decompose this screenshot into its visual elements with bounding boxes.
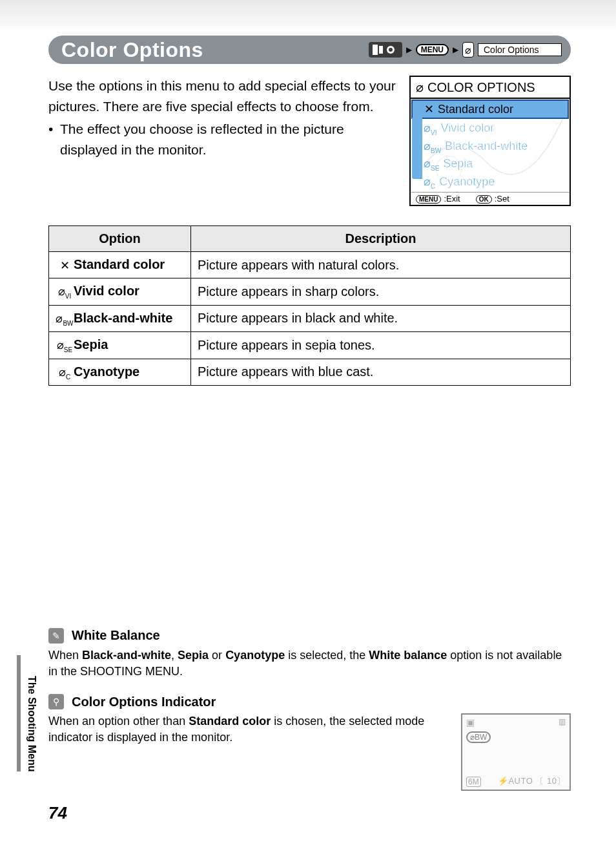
- flash-counter: ⚡AUTO 〔 10〕: [498, 775, 566, 787]
- svg-rect-0: [373, 45, 378, 55]
- color-options-indicator-heading: Color Options Indicator: [72, 695, 216, 709]
- col-option-header: Option: [49, 226, 191, 252]
- table-row: ⌀SESepia Picture appears in sepia tones.: [49, 332, 571, 359]
- mode-dial-icon: [369, 42, 402, 58]
- table-row: ✕Standard color Picture appears with nat…: [49, 252, 571, 278]
- resolution-indicator: 6M: [466, 777, 481, 787]
- color-options-lcd: ⌀ COLOR OPTIONS ✕Standard color ⌀VIVivid…: [409, 76, 571, 206]
- table-row: ⌀CCyanotype Picture appears with blue ca…: [49, 359, 571, 386]
- standard-color-icon: ✕: [56, 258, 74, 273]
- mode-indicator: ⌀BW: [466, 731, 491, 743]
- lcd-title: ⌀ COLOR OPTIONS: [411, 77, 570, 99]
- intro-bullet: • The effect you choose is reflected in …: [48, 119, 396, 160]
- palette-icon: ⌀: [462, 42, 474, 58]
- intro-text: Use the options in this menu to add spec…: [48, 76, 396, 206]
- svg-rect-1: [379, 46, 383, 54]
- color-options-indicator-body: When an option other than Standard color…: [48, 713, 448, 791]
- palette-icon: ⌀: [416, 79, 424, 95]
- col-description-header: Description: [191, 226, 571, 252]
- vivid-color-icon: ⌀VI: [56, 284, 74, 300]
- white-balance-note-head: ✎ White Balance: [48, 628, 571, 644]
- pencil-note-icon: ✎: [48, 628, 64, 644]
- lcd-item-bw: ⌀BWBlack-and-white: [411, 138, 570, 156]
- lcd-item-cyanotype: ⌀CCyanotype: [411, 173, 570, 191]
- lcd-item-vivid: ⌀VIVivid color: [411, 120, 570, 138]
- page-number: 74: [48, 803, 67, 823]
- side-section-label: The Shooting Menu: [26, 676, 37, 771]
- color-options-indicator-head: ⚲ Color Options Indicator: [48, 694, 571, 709]
- card-icon: ▥: [559, 717, 566, 726]
- lcd-scroll-tab: [412, 117, 422, 179]
- section-title: Color Options: [61, 38, 369, 62]
- camera-icon: ▣: [466, 717, 475, 728]
- white-balance-heading: White Balance: [72, 628, 160, 643]
- menu-button-icon: MENU: [416, 44, 449, 56]
- svg-point-3: [389, 48, 393, 52]
- breadcrumb: ▶ MENU ▶ ⌀ Color Options: [369, 42, 562, 58]
- lcd-footer: MENU:Exit OK:Set: [411, 192, 570, 205]
- cyanotype-icon: ⌀C: [56, 365, 74, 381]
- bw-icon: ⌀BW: [56, 311, 74, 327]
- magnifier-note-icon: ⚲: [48, 694, 64, 709]
- section-title-bar: Color Options ▶ MENU ▶ ⌀ Color Options: [48, 36, 571, 64]
- chevron-right-icon: ▶: [406, 45, 412, 54]
- chevron-right-icon: ▶: [453, 45, 458, 54]
- mini-lcd: ▣ ▥ ⌀BW 6M ⚡AUTO 〔 10〕: [461, 713, 571, 791]
- side-section-bar: [17, 655, 21, 771]
- breadcrumb-current: Color Options: [478, 43, 562, 56]
- lcd-item-sepia: ⌀SESepia: [411, 155, 570, 173]
- table-row: ⌀VIVivid color Picture appears in sharp …: [49, 278, 571, 306]
- table-row: ⌀BWBlack-and-white Picture appears in bl…: [49, 305, 571, 332]
- white-balance-note-body: When Black-and-white, Sepia or Cyanotype…: [48, 647, 571, 680]
- sepia-icon: ⌀SE: [56, 338, 74, 353]
- lcd-item-standard: ✕Standard color: [411, 100, 569, 119]
- options-table: Option Description ✕Standard color Pictu…: [48, 225, 571, 386]
- intro-paragraph: Use the options in this menu to add spec…: [48, 76, 396, 116]
